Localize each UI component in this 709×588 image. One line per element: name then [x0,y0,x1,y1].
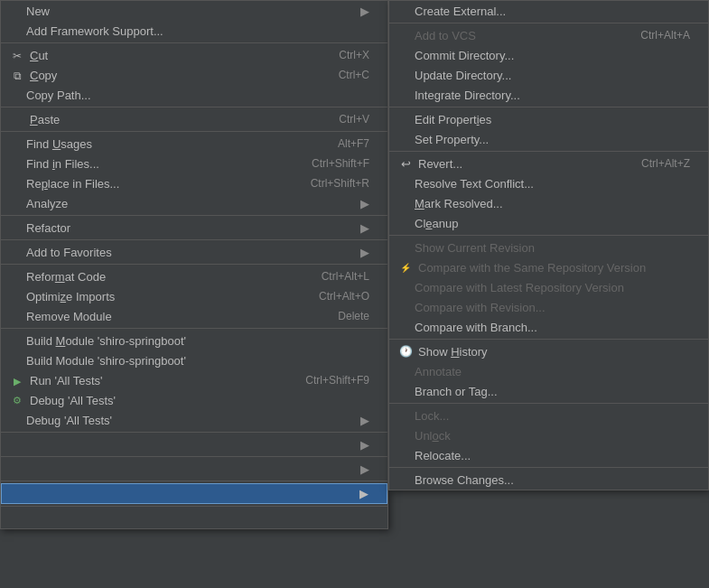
menu-item-add-framework[interactable]: Add Framework Support... [1,21,387,41]
menu-item-optimize[interactable]: Optimize Imports Ctrl+Alt+O [1,286,387,306]
menu-item-find-usages[interactable]: Find Usages Alt+F7 [1,134,387,154]
arrow-icon: ▶ [351,197,369,210]
menu-item-unlock: Unlock [389,425,708,445]
menu-item-refactor-label: Refactor [26,221,351,235]
menu-item-subversion[interactable]: ▶ [1,483,387,504]
menu-item-add-framework-label: Add Framework Support... [26,24,369,38]
menu-item-analyze[interactable]: Analyze ▶ [1,193,387,213]
menu-item-copy-path[interactable]: Copy Path... [1,85,387,105]
menu-item-add-favorites[interactable]: Add to Favorites ▶ [1,242,387,262]
menu-item-mark-resolved-label: Mark Resolved... [415,197,690,210]
menu-item-new[interactable]: New ▶ [1,1,387,21]
menu-item-local-history[interactable]: ▶ [1,459,387,479]
reformat-shortcut: Ctrl+Alt+L [294,270,369,283]
menu-item-find-files[interactable]: Find in Files... Ctrl+Shift+F [1,154,387,173]
compare-icon: ⚡ [396,263,415,273]
arrow-icon: ▶ [350,487,368,500]
menu-item-mark-resolved[interactable]: Mark Resolved... [389,193,708,213]
menu-item-relocate-label: Relocate... [415,449,690,462]
separator [1,239,387,240]
separator [389,467,708,468]
menu-item-remove-module-label: Remove Module [26,310,311,323]
menu-item-revert[interactable]: Revert... Ctrl+Alt+Z [389,154,708,173]
menu-item-compare-revision: Compare with Revision... [389,297,708,317]
menu-item-rebuild-label: Build Module 'shiro-springboot' [26,354,342,368]
menu-item-create-external[interactable]: Create External... [389,1,708,21]
add-vcs-shortcut: Ctrl+Alt+A [613,29,690,42]
menu-item-browse-changes[interactable]: Browse Changes... [389,470,708,490]
menu-item-set-property-label: Set Property... [415,133,690,146]
menu-item-annotate-label: Annotate [415,365,690,378]
arrow-icon: ▶ [351,221,369,235]
menu-item-replace-files[interactable]: Replace in Files... Ctrl+Shift+R [1,173,387,193]
menu-item-remove-module[interactable]: Remove Module Delete [1,306,387,326]
separator [1,456,387,457]
menu-item-compare-same: ⚡ Compare with the Same Repository Versi… [389,257,708,277]
menu-item-compare-revision-label: Compare with Revision... [415,301,690,314]
menu-item-show-revision-label: Show Current Revision [415,241,690,255]
menu-item-rebuild[interactable]: Build Module 'shiro-springboot' [1,350,387,370]
menu-item-open-in[interactable]: ▶ [1,434,387,454]
menu-item-resolve-conflict[interactable]: Resolve Text Conflict... [389,173,708,193]
menu-item-copy-label: Copy [30,69,312,82]
menu-item-paste-label: Paste [30,113,312,126]
menu-item-reformat[interactable]: Reformat Code Ctrl+Alt+L [1,266,387,286]
menu-item-lock: Lock... [389,406,708,425]
menu-item-show-revision: Show Current Revision [389,238,708,257]
menu-item-build-module[interactable]: Build Module 'shiro-springboot' [1,331,387,350]
menu-item-reformat-label: Reformat Code [26,270,294,284]
run-icon [8,374,26,387]
arrow-icon: ▶ [351,462,369,476]
menu-item-compare-branch-label: Compare with Branch... [415,321,690,334]
menu-item-more-run[interactable]: Debug 'All Tests' ▶ [1,410,387,430]
menu-item-compare-latest: Compare with Latest Repository Version [389,277,708,297]
menu-item-resolve-conflict-label: Resolve Text Conflict... [415,177,690,191]
menu-item-debug-tests[interactable]: ⚙ Debug 'All Tests' [1,390,387,410]
menu-item-update-dir-label: Update Directory... [415,69,690,82]
menu-item-integrate-dir[interactable]: Integrate Directory... [389,85,708,105]
menu-item-more-run-label: Debug 'All Tests' [26,414,351,427]
menu-item-compare-latest-label: Compare with Latest Repository Version [415,281,690,294]
separator [389,235,708,236]
run-tests-shortcut: Ctrl+Shift+F9 [278,374,369,387]
separator [1,42,387,43]
menu-item-set-property[interactable]: Set Property... [389,129,708,149]
menu-item-paste[interactable]: Paste Ctrl+V [1,109,387,129]
menu-item-edit-props[interactable]: Edit Properties [389,109,708,129]
menu-item-annotate: Annotate [389,361,708,381]
separator [1,328,387,329]
arrow-icon: ▶ [351,246,369,259]
menu-item-commit-dir[interactable]: Commit Directory... [389,45,708,65]
menu-item-relocate[interactable]: Relocate... [389,445,708,465]
menu-item-cleanup[interactable]: Cleanup [389,213,708,233]
menu-item-cut[interactable]: Cut Ctrl+X [1,45,387,65]
menu-item-edit-props-label: Edit Properties [415,113,690,126]
menu-item-show-history[interactable]: 🕐 Show History [389,341,708,361]
menu-item-find-usages-label: Find Usages [26,137,311,151]
revert-icon [396,157,415,171]
menu-item-optimize-label: Optimize Imports [26,290,292,303]
separator [1,215,387,216]
menu-item-integrate-dir-label: Integrate Directory... [415,89,690,102]
menu-item-branch-tag[interactable]: Branch or Tag... [389,381,708,401]
menu-item-compare-branch[interactable]: Compare with Branch... [389,317,708,337]
menu-item-find-files-label: Find in Files... [26,157,285,171]
menu-item-cut-label: Cut [30,49,312,62]
left-context-menu: New ▶ Add Framework Support... Cut Ctrl+… [0,0,388,529]
menu-item-refactor[interactable]: Refactor ▶ [1,218,387,238]
menu-item-copy-path-label: Copy Path... [26,89,369,102]
menu-item-update-dir[interactable]: Update Directory... [389,65,708,85]
menu-item-run-tests-label: Run 'All Tests' [30,374,278,387]
menu-item-cleanup-label: Cleanup [415,217,690,230]
menu-item-copy[interactable]: Copy Ctrl+C [1,65,387,85]
menu-item-replace-files-label: Replace in Files... [26,177,284,191]
separator [1,264,387,265]
separator [389,107,708,107]
arrow-icon: ▶ [351,5,369,18]
revert-shortcut: Ctrl+Alt+Z [614,157,690,170]
copy-shortcut: Ctrl+C [312,69,369,81]
paste-shortcut: Ctrl+V [312,113,369,126]
remove-module-shortcut: Delete [311,310,369,322]
menu-item-reload[interactable] [1,509,387,528]
menu-item-run-tests[interactable]: Run 'All Tests' Ctrl+Shift+F9 [1,370,387,390]
